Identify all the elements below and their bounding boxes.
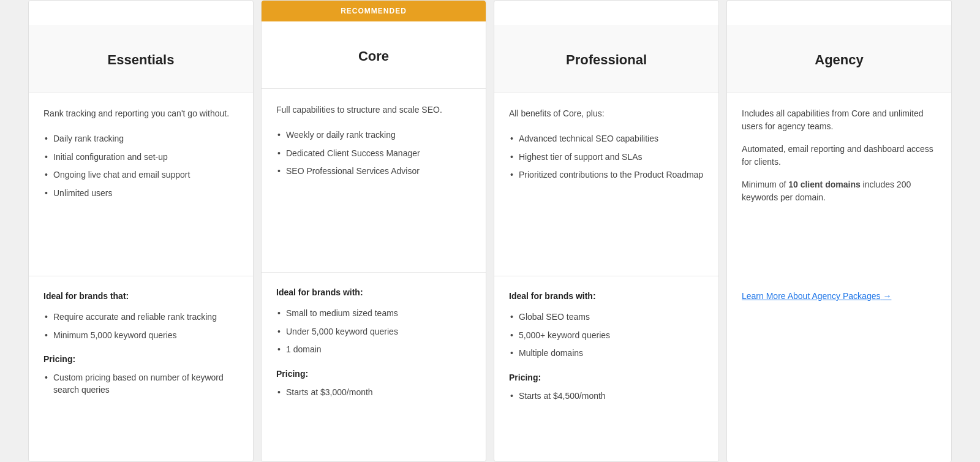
list-item: 5,000+ keyword queries [509, 327, 704, 345]
plans-container: Essentials Rank tracking and reporting y… [24, 0, 956, 462]
list-item: Highest tier of support and SLAs [509, 148, 704, 167]
plan-agency: Agency Includes all capabilities from Co… [726, 0, 952, 462]
professional-pricing-items: Starts at $4,500/month [509, 387, 704, 406]
list-item: Prioritized contributions to the Product… [509, 166, 704, 184]
professional-pricing-title: Pricing: [509, 373, 704, 382]
core-header: Core [262, 21, 486, 89]
list-item: Small to medium sized teams [276, 305, 471, 323]
core-description: Full capabilities to structure and scale… [276, 104, 471, 116]
agency-desc3-prefix: Minimum of [742, 180, 788, 189]
professional-title: Professional [566, 52, 647, 68]
agency-footer: Learn More About Agency Packages → [727, 276, 951, 316]
core-ideal-title: Ideal for brands with: [276, 287, 471, 297]
list-item: Daily rank tracking [43, 130, 238, 148]
list-item: Minimum 5,000 keyword queries [43, 327, 238, 345]
list-item: Custom pricing based on number of keywor… [43, 369, 238, 399]
essentials-ideal-title: Ideal for brands that: [43, 291, 238, 301]
agency-title: Agency [815, 52, 863, 68]
plan-essentials: Essentials Rank tracking and reporting y… [28, 0, 254, 462]
list-item: Initial configuration and set-up [43, 148, 238, 167]
agency-desc3-bold: 10 client domains [788, 180, 860, 189]
core-pricing-items: Starts at $3,000/month [276, 384, 471, 402]
list-item: Unlimited users [43, 184, 238, 203]
recommended-badge: RECOMMENDED [262, 1, 486, 21]
core-features: Weekly or daily rank tracking Dedicated … [276, 126, 471, 181]
list-item: Ongoing live chat and email support [43, 166, 238, 184]
list-item: Weekly or daily rank tracking [276, 126, 471, 145]
professional-header: Professional [494, 25, 718, 93]
essentials-pricing-title: Pricing: [43, 354, 238, 364]
list-item: Under 5,000 keyword queries [276, 323, 471, 341]
core-ideal-items: Small to medium sized teams Under 5,000 … [276, 305, 471, 359]
essentials-body: Rank tracking and reporting you can't go… [29, 93, 253, 276]
list-item: Starts at $4,500/month [509, 387, 704, 406]
essentials-description: Rank tracking and reporting you can't go… [43, 107, 238, 120]
professional-ideal-items: Global SEO teams 5,000+ keyword queries … [509, 308, 704, 363]
agency-body: Includes all capabilities from Core and … [727, 93, 951, 276]
core-title: Core [358, 48, 389, 64]
core-body: Full capabilities to structure and scale… [262, 89, 486, 273]
essentials-title: Essentials [108, 52, 175, 68]
essentials-pricing-items: Custom pricing based on number of keywor… [43, 369, 238, 399]
essentials-footer: Ideal for brands that: Require accurate … [29, 276, 253, 414]
agency-desc3: Minimum of 10 client domains includes 20… [742, 178, 937, 204]
core-pricing-title: Pricing: [276, 369, 471, 379]
professional-description: All benefits of Core, plus: [509, 107, 704, 120]
essentials-header: Essentials [29, 25, 253, 93]
core-footer: Ideal for brands with: Small to medium s… [262, 273, 486, 416]
essentials-ideal-items: Require accurate and reliable rank track… [43, 308, 238, 344]
list-item: Global SEO teams [509, 308, 704, 327]
professional-ideal-title: Ideal for brands with: [509, 291, 704, 301]
page-wrapper: Essentials Rank tracking and reporting y… [0, 0, 980, 462]
list-item: Multiple domains [509, 344, 704, 363]
plan-core: RECOMMENDED Core Full capabilities to st… [261, 0, 486, 462]
essentials-features: Daily rank tracking Initial configuratio… [43, 130, 238, 202]
list-item: 1 domain [276, 341, 471, 359]
agency-desc2: Automated, email reporting and dashboard… [742, 143, 937, 169]
professional-features: Advanced technical SEO capabilities High… [509, 130, 704, 184]
agency-header: Agency [727, 25, 951, 93]
agency-desc1: Includes all capabilities from Core and … [742, 107, 937, 133]
list-item: Dedicated Client Success Manager [276, 145, 471, 163]
professional-body: All benefits of Core, plus: Advanced tec… [494, 93, 718, 276]
list-item: SEO Professional Services Advisor [276, 162, 471, 181]
agency-learn-more-link[interactable]: Learn More About Agency Packages → [742, 291, 891, 301]
list-item: Advanced technical SEO capabilities [509, 130, 704, 148]
list-item: Require accurate and reliable rank track… [43, 308, 238, 327]
professional-footer: Ideal for brands with: Global SEO teams … [494, 276, 718, 420]
list-item: Starts at $3,000/month [276, 384, 471, 402]
plan-professional: Professional All benefits of Core, plus:… [494, 0, 719, 462]
